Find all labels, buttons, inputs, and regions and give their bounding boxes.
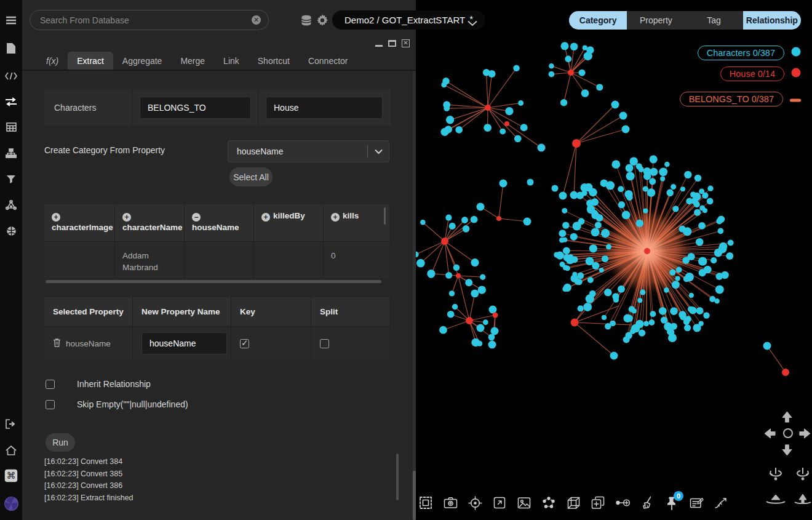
graph-node-character[interactable] xyxy=(562,237,567,242)
graph-node-character[interactable] xyxy=(559,230,566,237)
graph-node-character[interactable] xyxy=(698,257,707,265)
graph-node-character[interactable] xyxy=(560,42,568,50)
graph-node-character[interactable] xyxy=(618,201,625,208)
graph-node-character[interactable] xyxy=(483,69,490,76)
graph-node-character[interactable] xyxy=(684,324,691,331)
graph-node-character[interactable] xyxy=(449,223,456,230)
graph-node-character[interactable] xyxy=(563,284,571,292)
graph-node-character[interactable] xyxy=(570,233,578,241)
graph-node-character[interactable] xyxy=(686,198,693,204)
graph-node-character[interactable] xyxy=(672,281,680,289)
graph-node-character[interactable] xyxy=(591,198,599,206)
graph-node-character[interactable] xyxy=(670,307,678,315)
graph-node-character[interactable] xyxy=(640,289,645,295)
graph-node-character[interactable] xyxy=(453,264,460,270)
graph-node-character[interactable] xyxy=(591,228,600,236)
graph-node-character[interactable] xyxy=(689,306,696,314)
graph-node-character[interactable] xyxy=(478,286,486,294)
graph-node-character[interactable] xyxy=(671,184,676,190)
graph-node-character[interactable] xyxy=(563,265,568,270)
graph-node-character[interactable] xyxy=(477,203,485,211)
globe-icon[interactable] xyxy=(0,222,22,240)
graph-node-house[interactable] xyxy=(441,238,448,245)
graph-node-character[interactable] xyxy=(688,253,695,260)
graph-node-character[interactable] xyxy=(707,198,714,205)
graph-node-house[interactable] xyxy=(485,105,491,111)
search-input[interactable] xyxy=(40,15,252,25)
key-checkbox[interactable] xyxy=(240,339,249,348)
graph-node-character[interactable] xyxy=(581,89,589,97)
graph-node-character[interactable] xyxy=(500,129,506,135)
graph-node-character[interactable] xyxy=(520,124,528,131)
select-all-button[interactable]: Select All xyxy=(229,167,273,186)
graph-node-character[interactable] xyxy=(704,266,712,274)
graph-node-character[interactable] xyxy=(578,218,585,225)
graph-node-character[interactable] xyxy=(563,254,571,262)
graph-node-character[interactable] xyxy=(649,319,655,326)
graph-node-character[interactable] xyxy=(601,229,610,238)
graph-node-character[interactable] xyxy=(480,274,485,280)
graph-node-character[interactable] xyxy=(578,305,584,311)
graph-node-character[interactable] xyxy=(683,319,690,325)
graph-node-character[interactable] xyxy=(570,191,578,199)
graph-node-character[interactable] xyxy=(718,228,724,234)
chevron-down-icon[interactable] xyxy=(368,149,389,154)
graph-node-character[interactable] xyxy=(505,107,513,115)
tilt-down-icon[interactable] xyxy=(765,494,786,507)
legend-pill-characters[interactable]: Characters 0/387 xyxy=(698,46,784,60)
clear-search-icon[interactable]: ✕ xyxy=(252,15,261,25)
graph-node-character[interactable] xyxy=(637,298,642,303)
cube-3d-icon[interactable] xyxy=(566,495,581,510)
graph-node-character[interactable] xyxy=(661,317,667,324)
run-button[interactable]: Run xyxy=(46,433,75,452)
rotate-left-icon[interactable] xyxy=(766,465,785,486)
tab-shortcut[interactable]: Shortcut xyxy=(249,52,299,70)
graph-node-character[interactable] xyxy=(624,190,632,198)
graph-node-house[interactable] xyxy=(496,216,501,221)
graph-node-character[interactable] xyxy=(696,307,704,314)
graph-node-character[interactable] xyxy=(441,82,447,87)
graph-node-character[interactable] xyxy=(463,225,470,233)
graph-node-character[interactable] xyxy=(703,312,709,318)
annotation-icon[interactable] xyxy=(689,495,704,510)
graph-node-character[interactable] xyxy=(696,238,704,246)
graph-node-character[interactable] xyxy=(675,276,680,281)
graph-node-character[interactable] xyxy=(618,286,625,293)
graph-node-character[interactable] xyxy=(560,99,567,106)
graph-node-character[interactable] xyxy=(471,216,478,223)
column-header[interactable]: +killedBy xyxy=(254,204,324,241)
graph-node-house[interactable] xyxy=(572,139,581,148)
add-relation-icon[interactable] xyxy=(615,495,630,510)
graph-node-house[interactable] xyxy=(456,273,461,278)
panel-scrollbar-thumb[interactable] xyxy=(413,471,416,520)
graph-node-character[interactable] xyxy=(465,279,472,286)
graph-node-character[interactable] xyxy=(449,290,455,296)
graph-node-character[interactable] xyxy=(715,273,723,280)
graph-node-character[interactable] xyxy=(728,240,734,246)
graph-node-character[interactable] xyxy=(718,215,725,223)
graph-node-character[interactable] xyxy=(452,304,458,310)
file-icon[interactable] xyxy=(0,39,22,57)
skip-empty-checkbox[interactable] xyxy=(46,400,55,409)
table-row[interactable]: Addam Marbrand 0 xyxy=(44,241,389,278)
brush-clean-icon[interactable] xyxy=(640,495,655,510)
graph-node-character[interactable] xyxy=(693,324,701,332)
tab-extract[interactable]: Extract xyxy=(68,52,113,70)
trash-icon[interactable] xyxy=(53,338,61,349)
graph-node-character[interactable] xyxy=(664,162,670,167)
graph-node-character[interactable] xyxy=(602,255,608,262)
graph-node-character[interactable] xyxy=(416,259,425,268)
table-vertical-scrollbar[interactable] xyxy=(384,207,386,225)
sitemap-icon[interactable] xyxy=(0,144,22,162)
camera-icon[interactable] xyxy=(443,495,458,510)
graph-node-character[interactable] xyxy=(659,307,667,315)
graph-node-character[interactable] xyxy=(707,186,713,191)
sign-out-icon[interactable] xyxy=(0,415,22,433)
graph-node-character[interactable] xyxy=(416,251,419,257)
tab-property[interactable]: Property xyxy=(627,11,685,30)
graph-node-character[interactable] xyxy=(619,112,627,120)
filter-icon[interactable] xyxy=(0,170,22,188)
graph-node-character[interactable] xyxy=(589,188,597,197)
property-select[interactable]: houseName xyxy=(228,140,389,162)
graph-node-character[interactable] xyxy=(592,262,599,270)
